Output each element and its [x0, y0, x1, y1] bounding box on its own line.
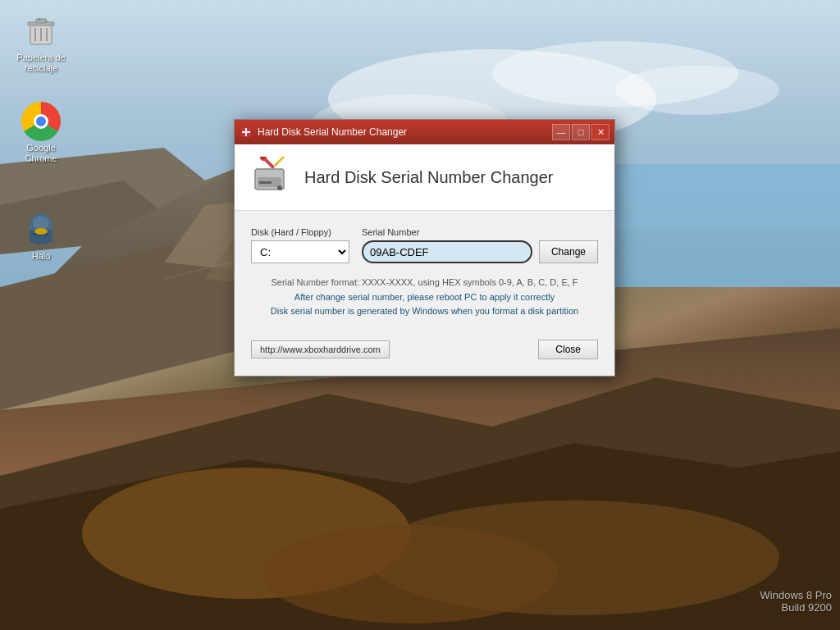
recycle-bin-label: Papelera de reciclaje: [11, 52, 71, 74]
website-link-button[interactable]: http://www.xboxharddrive.com: [251, 340, 390, 358]
svg-point-4: [615, 66, 779, 115]
svg-rect-41: [259, 181, 272, 184]
dialog-titlebar-title: Hard Disk Serial Number Changer: [258, 126, 552, 138]
desktop: Papelera de reciclaje Google Chrome: [0, 0, 840, 630]
chrome-icon-container[interactable]: Google Chrome: [8, 98, 74, 167]
recycle-bin-icon[interactable]: Papelera de reciclaje: [8, 8, 74, 77]
halo-image: [21, 210, 61, 249]
halo-label: Halo: [32, 251, 51, 262]
titlebar-buttons: — □ ✕: [552, 124, 609, 140]
dialog-header-title: Hard Disk Serial Number Changer: [304, 168, 553, 187]
recycle-bin-image: [21, 11, 61, 51]
serial-group: Serial Number Change: [362, 227, 598, 263]
disk-group: Disk (Hard / Floppy) C: D: E: A:: [251, 227, 349, 263]
close-button[interactable]: Close: [538, 340, 598, 359]
minimize-button[interactable]: —: [552, 124, 570, 140]
serial-input[interactable]: [362, 240, 532, 263]
dialog-window: Hard Disk Serial Number Changer — □ ✕: [234, 119, 615, 377]
info-line-3: Disk serial number is generated by Windo…: [251, 304, 598, 319]
dialog-titlebar: Hard Disk Serial Number Changer — □ ✕: [235, 120, 614, 144]
dialog-body: Disk (Hard / Floppy) C: D: E: A: Serial …: [235, 211, 614, 376]
svg-point-33: [34, 228, 48, 235]
serial-input-row: Change: [362, 240, 598, 263]
info-line-1: Serial Number format: XXXX-XXXX, using H…: [251, 276, 598, 290]
svg-rect-45: [276, 157, 285, 165]
serial-label: Serial Number: [362, 227, 598, 237]
chrome-label: Google Chrome: [11, 143, 71, 164]
halo-icon-container[interactable]: Halo: [8, 207, 74, 265]
win-version: Windows 8 Pro: [760, 589, 832, 601]
disk-select[interactable]: C: D: E: A:: [251, 240, 349, 263]
dialog-titlebar-icon: [240, 126, 253, 139]
svg-rect-34: [34, 238, 48, 244]
form-row: Disk (Hard / Floppy) C: D: E: A: Serial …: [251, 227, 598, 263]
windows-watermark: Windows 8 Pro Build 9200: [760, 589, 832, 614]
dialog-header: Hard Disk Serial Number Changer: [235, 144, 614, 211]
disk-label: Disk (Hard / Floppy): [251, 227, 349, 237]
maximize-button[interactable]: □: [572, 124, 590, 140]
dialog-footer: http://www.xboxharddrive.com Close: [251, 331, 598, 359]
svg-point-19: [262, 525, 558, 623]
close-x-button[interactable]: ✕: [591, 124, 609, 140]
svg-rect-25: [36, 19, 46, 23]
svg-point-40: [277, 185, 282, 190]
svg-point-32: [33, 217, 49, 230]
change-button[interactable]: Change: [539, 240, 598, 263]
chrome-image: [21, 102, 61, 141]
win-build: Build 9200: [760, 601, 832, 614]
app-icon: [251, 157, 292, 198]
info-line-2: After change serial number, please reboo…: [251, 290, 598, 305]
info-text: Serial Number format: XXXX-XXXX, using H…: [251, 276, 598, 319]
